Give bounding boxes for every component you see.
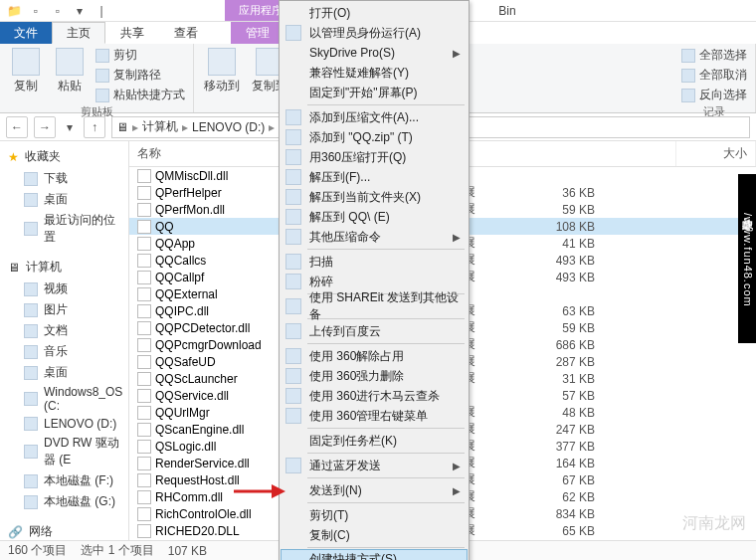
- menu-item[interactable]: 创建快捷方式(S): [281, 549, 468, 560]
- crumb[interactable]: LENOVO (D:): [192, 120, 265, 134]
- menu-item-label: 通过蓝牙发送: [309, 458, 381, 474]
- nav-item[interactable]: 本地磁盘 (F:): [0, 470, 128, 491]
- file-size: 493 KB: [523, 254, 603, 268]
- status-count: 160 个项目: [8, 542, 67, 559]
- drive-icon: [24, 417, 38, 431]
- tab-share[interactable]: 共享: [105, 22, 159, 44]
- file-icon: [137, 220, 151, 234]
- menu-item[interactable]: 使用 360解除占用: [282, 346, 467, 366]
- menu-item[interactable]: 使用 360管理右键菜单: [282, 406, 467, 426]
- nav-item-desktop[interactable]: 桌面: [0, 189, 128, 210]
- nav-favorites[interactable]: ★收藏夹: [0, 145, 128, 168]
- back-button[interactable]: ←: [6, 116, 28, 138]
- col-type[interactable]: [617, 141, 676, 166]
- menu-item[interactable]: 复制(C): [282, 525, 467, 545]
- menu-item[interactable]: 上传到百度云: [282, 321, 467, 341]
- menu-item[interactable]: 解压到 QQ\ (E): [282, 207, 467, 227]
- copy-path-button[interactable]: 复制路径: [94, 66, 187, 85]
- nav-network[interactable]: 🔗网络: [0, 520, 128, 540]
- menu-item[interactable]: 解压到(F)...: [282, 167, 467, 187]
- menu-item-label: 使用 360管理右键菜单: [309, 408, 428, 425]
- select-none-button[interactable]: 全部取消: [679, 66, 749, 85]
- menu-item[interactable]: 通过蓝牙发送▶: [282, 456, 467, 475]
- nav-item[interactable]: 桌面: [0, 362, 128, 383]
- menu-item[interactable]: 扫描: [282, 252, 467, 272]
- paste-shortcut-button[interactable]: 粘贴快捷方式: [94, 86, 187, 104]
- menu-item[interactable]: 发送到(N)▶: [282, 480, 467, 500]
- file-type: 展: [464, 471, 523, 488]
- qat-btn2[interactable]: ▫: [50, 3, 66, 19]
- qat-btn1[interactable]: ▫: [28, 3, 44, 19]
- file-type: 展: [464, 438, 523, 455]
- nav-item[interactable]: 文档: [0, 320, 128, 341]
- svg-marker-1: [272, 484, 285, 498]
- menu-item[interactable]: 用360压缩打开(Q): [282, 147, 467, 167]
- file-icon: [137, 169, 151, 183]
- file-icon: [137, 423, 151, 437]
- crumb[interactable]: 计算机: [142, 118, 178, 135]
- nav-computer[interactable]: 🖥计算机: [0, 256, 128, 279]
- menu-item[interactable]: SkyDrive Pro(S)▶: [282, 43, 467, 63]
- file-type: 展: [464, 522, 523, 539]
- menu-item[interactable]: 其他压缩命令▶: [282, 227, 467, 247]
- nav-item[interactable]: 视频: [0, 279, 128, 299]
- drive-icon: [24, 392, 38, 406]
- col-size[interactable]: 大小: [676, 141, 756, 166]
- up-button[interactable]: ↑: [84, 116, 105, 138]
- select-all-button[interactable]: 全部选择: [679, 46, 749, 65]
- forward-button[interactable]: →: [34, 116, 56, 138]
- nav-item[interactable]: Windows8_OS (C:: [0, 383, 128, 415]
- menu-item[interactable]: 剪切(T): [282, 505, 467, 525]
- tab-home[interactable]: 主页: [52, 22, 105, 44]
- menu-separator: [307, 547, 465, 548]
- menu-item[interactable]: 添加到压缩文件(A)...: [282, 107, 467, 127]
- menu-item[interactable]: 使用 360强力删除: [282, 366, 467, 386]
- recent-icon: [24, 222, 38, 236]
- submenu-arrow-icon: ▶: [453, 485, 461, 496]
- menu-separator: [307, 477, 465, 478]
- menu-item[interactable]: 粉碎: [282, 272, 467, 291]
- history-dropdown[interactable]: ▾: [62, 116, 78, 138]
- watermark-text: 河南龙网: [682, 513, 746, 534]
- menu-item[interactable]: 添加到 "QQ.zip" (T): [282, 127, 467, 147]
- menu-item-label: SkyDrive Pro(S): [309, 46, 395, 60]
- file-type: 展: [464, 302, 523, 319]
- nav-item[interactable]: 音乐: [0, 341, 128, 362]
- menu-item[interactable]: 固定到任务栏(K): [282, 431, 467, 451]
- invert-selection-button[interactable]: 反向选择: [679, 86, 749, 104]
- menu-item-icon: [285, 408, 301, 424]
- side-watermark: 放肆吧/www.fun48.com: [738, 174, 756, 343]
- qat-dropdown[interactable]: ▾: [72, 3, 88, 19]
- file-icon: [137, 490, 151, 504]
- menu-item-icon: [285, 274, 301, 289]
- file-type: 展: [464, 370, 523, 387]
- menu-item[interactable]: 兼容性疑难解答(Y): [282, 63, 467, 83]
- paste-button[interactable]: 粘贴: [50, 46, 90, 96]
- tab-view[interactable]: 查看: [159, 22, 213, 44]
- file-icon: [137, 440, 151, 454]
- tab-file[interactable]: 文件: [0, 22, 52, 44]
- menu-item[interactable]: 打开(O): [282, 3, 467, 23]
- nav-item[interactable]: DVD RW 驱动器 (E: [0, 433, 128, 470]
- nav-item[interactable]: LENOVO (D:): [0, 415, 128, 433]
- nav-item-downloads[interactable]: 下载: [0, 168, 128, 189]
- menu-item[interactable]: 使用 SHAREit 发送到其他设备: [282, 296, 467, 316]
- desktop-icon: [24, 193, 38, 207]
- menu-separator: [307, 104, 465, 105]
- menu-item[interactable]: 固定到"开始"屏幕(P): [282, 83, 467, 102]
- nav-item[interactable]: 本地磁盘 (G:): [0, 491, 128, 512]
- menu-item[interactable]: 使用 360进行木马云查杀: [282, 386, 467, 406]
- nav-item-recent[interactable]: 最近访问的位置: [0, 210, 128, 248]
- invert-icon: [681, 89, 695, 102]
- nav-item[interactable]: 图片: [0, 299, 128, 320]
- status-selected: 选中 1 个项目: [81, 542, 153, 559]
- menu-item[interactable]: 以管理员身份运行(A): [282, 23, 467, 43]
- file-size: 31 KB: [523, 372, 603, 386]
- tab-manage[interactable]: 管理: [231, 22, 284, 44]
- copy-button[interactable]: 复制: [6, 46, 46, 96]
- moveto-button[interactable]: 移动到: [200, 46, 244, 96]
- menu-item[interactable]: 解压到当前文件夹(X): [282, 187, 467, 207]
- menu-separator: [307, 502, 465, 503]
- submenu-arrow-icon: ▶: [453, 48, 461, 59]
- cut-button[interactable]: 剪切: [94, 46, 187, 65]
